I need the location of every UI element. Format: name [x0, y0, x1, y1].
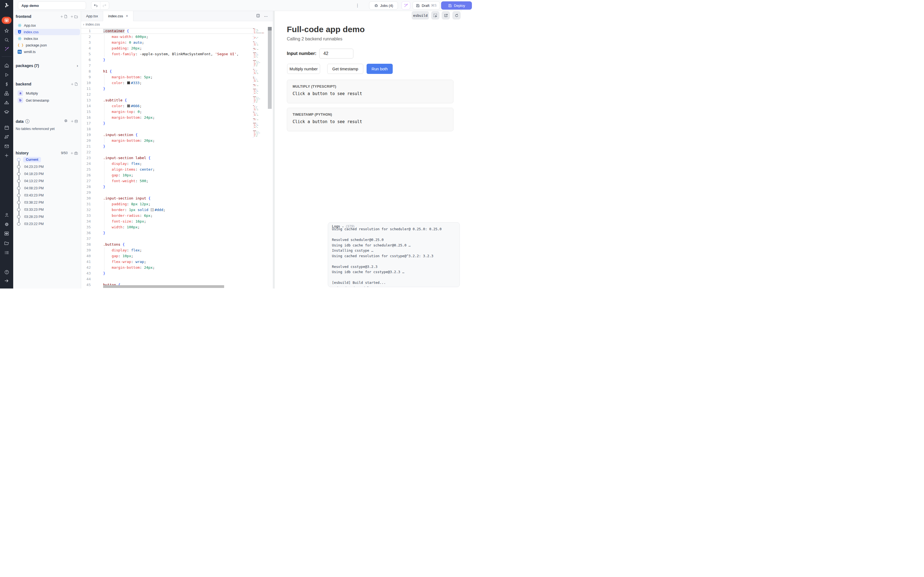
file-item-index.tsx[interactable]: index.tsx: [14, 35, 80, 42]
history-node-icon[interactable]: [17, 172, 20, 176]
minimap-line: [253, 48, 267, 48]
breadcrumb[interactable]: ›index.css: [83, 21, 100, 27]
history-node-icon[interactable]: [17, 215, 20, 218]
packages-section-header[interactable]: packages (7) ›: [16, 63, 78, 68]
windmill-logo-icon[interactable]: [0, 2, 13, 9]
split-editor-icon[interactable]: [256, 13, 260, 19]
file-item-package.json[interactable]: { }package.json: [14, 42, 80, 48]
tab-index-css[interactable]: index.css×: [103, 11, 133, 21]
jobs-button[interactable]: Jobs (4): [369, 2, 398, 10]
data-settings-gear-icon[interactable]: [64, 119, 68, 124]
minimap-line: [253, 77, 267, 77]
file-name: package.json: [26, 43, 47, 47]
add-plus-icon[interactable]: [0, 152, 13, 159]
minimap-line: [253, 73, 267, 74]
redo-button[interactable]: [100, 2, 109, 9]
audit-list-icon[interactable]: [0, 249, 13, 256]
tab-app-tsx[interactable]: App.tsx: [81, 11, 103, 21]
code-area[interactable]: 1.container {2 max-width: 600px;3 margin…: [81, 28, 253, 288]
chevron-right-icon[interactable]: ›: [77, 63, 78, 68]
history-entry[interactable]: 04:08:23 PM: [24, 186, 44, 190]
file-item-index.css[interactable]: 3index.css: [14, 29, 80, 35]
backend-item-multiply[interactable]: aMultiply: [18, 90, 38, 97]
deploy-button[interactable]: Deploy: [441, 2, 462, 10]
ai-assistant-button[interactable]: [402, 2, 410, 10]
add-runnable-button[interactable]: [71, 82, 78, 86]
backend-title: backend: [16, 82, 31, 86]
history-entry[interactable]: 03:28:23 PM: [24, 215, 44, 219]
backend-item-get-timestamp[interactable]: bGet timestamp: [18, 97, 49, 103]
add-file-button[interactable]: [60, 15, 68, 18]
file-item-App.tsx[interactable]: App.tsx: [14, 22, 80, 29]
history-current-pill[interactable]: Current: [23, 157, 41, 163]
line-number: 14: [81, 103, 91, 109]
ai-wand-icon[interactable]: [0, 46, 13, 52]
minimap-line: [253, 36, 267, 37]
multiply-number-button[interactable]: Multiply number: [287, 64, 320, 74]
logs-title[interactable]: Logs: [332, 224, 340, 228]
calendar-icon[interactable]: [0, 124, 13, 131]
resources-blocks-icon[interactable]: [0, 90, 13, 97]
open-external-icon[interactable]: [442, 11, 450, 19]
draft-save-button[interactable]: Draft⌘S: [412, 2, 440, 10]
close-tab-icon[interactable]: ×: [126, 14, 128, 18]
history-entry[interactable]: 03:43:23 PM: [24, 193, 44, 197]
history-node-current-icon[interactable]: [17, 158, 20, 161]
file-item-wmill.ts[interactable]: TSwmill.ts: [14, 48, 80, 55]
history-entry[interactable]: 03:33:23 PM: [24, 208, 44, 211]
folders-icon[interactable]: [0, 240, 13, 247]
app-name-input[interactable]: [18, 2, 86, 10]
mail-icon[interactable]: [0, 143, 13, 150]
history-entry[interactable]: 04:13:22 PM: [24, 179, 44, 183]
editor-more-icon[interactable]: ⋯: [264, 14, 268, 18]
inspect-select-icon[interactable]: [431, 11, 439, 19]
history-node-icon[interactable]: [17, 201, 20, 204]
more-menu-icon[interactable]: ⋮: [355, 2, 360, 10]
vertical-scrollbar[interactable]: [268, 27, 272, 109]
history-node-icon[interactable]: [17, 179, 20, 183]
get-timestamp-button[interactable]: Get timestamp: [327, 64, 363, 74]
undo-button[interactable]: [91, 2, 100, 9]
refresh-icon[interactable]: [452, 11, 460, 19]
history-node-icon[interactable]: [17, 194, 20, 197]
help-icon[interactable]: [0, 269, 13, 275]
run-both-button[interactable]: Run both: [367, 64, 393, 74]
history-entry[interactable]: 03:38:22 PM: [24, 201, 44, 205]
input-number-field[interactable]: [319, 48, 354, 58]
history-entry[interactable]: 04:23:23 PM: [24, 165, 44, 169]
user-icon[interactable]: [0, 211, 13, 218]
ts-icon: TS: [18, 50, 22, 54]
chevron-down-icon[interactable]: ⌄: [342, 224, 344, 228]
expand-arrow-icon[interactable]: [0, 277, 13, 284]
add-table-button[interactable]: [71, 119, 78, 123]
learn-cap-icon[interactable]: [0, 109, 13, 115]
flows-route-icon[interactable]: [0, 134, 13, 140]
history-node-icon[interactable]: [17, 165, 20, 168]
history-entry[interactable]: 04:18:23 PM: [24, 172, 44, 176]
horizontal-scrollbar[interactable]: [103, 285, 224, 288]
add-snapshot-button[interactable]: [70, 151, 78, 155]
home-icon[interactable]: [0, 62, 13, 69]
schedules-pyramid-icon[interactable]: [0, 100, 13, 106]
minimap-line: [253, 61, 267, 62]
line-number: 11: [81, 86, 91, 92]
history-node-icon[interactable]: [17, 222, 20, 226]
search-icon[interactable]: [0, 37, 13, 43]
variables-dollar-icon[interactable]: [0, 81, 13, 87]
favorites-star-icon[interactable]: [0, 27, 13, 34]
app-editor-active-icon[interactable]: [0, 17, 13, 24]
runs-play-icon[interactable]: [0, 71, 13, 78]
info-icon: i: [25, 119, 29, 123]
workers-icon[interactable]: [0, 230, 13, 237]
logs-output[interactable]: Using cached resolution for scheduler@ 0…: [328, 226, 460, 287]
add-folder-button[interactable]: [70, 15, 78, 19]
minimap-line: [253, 74, 267, 75]
pane-splitter[interactable]: [273, 11, 275, 288]
history-node-icon[interactable]: [17, 187, 20, 190]
result-card-title: MULTIPLY (TYPESCRIPT): [292, 85, 448, 89]
history-entry[interactable]: 03:23:22 PM: [24, 222, 44, 226]
history-node-icon[interactable]: [17, 208, 20, 211]
logs-count: (379): [346, 224, 355, 228]
minimap[interactable]: [253, 28, 267, 149]
settings-gear-icon[interactable]: [0, 221, 13, 227]
